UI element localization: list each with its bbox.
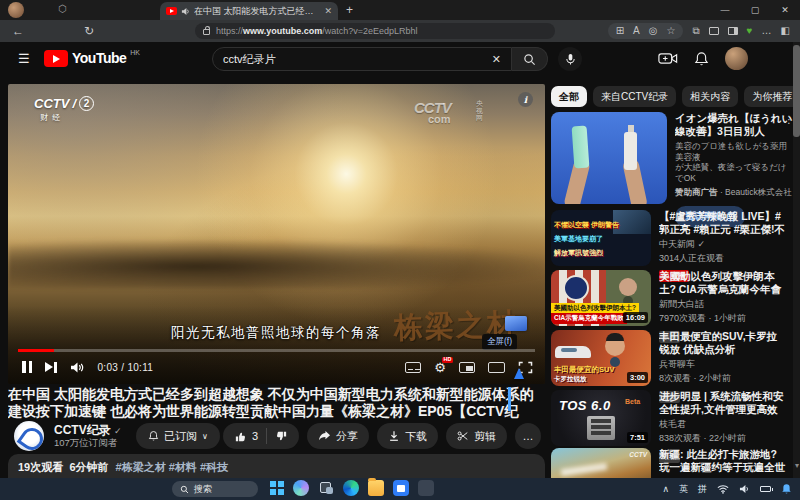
subtitles-button[interactable] — [405, 362, 421, 373]
ad-title[interactable]: イオン爆売れ【ほうれい線改善】3日目別人 — [675, 112, 794, 137]
video-channel[interactable]: 兵哥聊车 — [659, 358, 787, 371]
copilot-sidebar-icon[interactable]: ◧ — [781, 26, 790, 36]
ime-pinyin-indicator[interactable]: 拼 — [698, 483, 707, 496]
window-close-button[interactable]: ✕ — [770, 0, 800, 20]
chip-for-you[interactable]: 为你推荐 — [744, 86, 794, 107]
next-button[interactable] — [45, 362, 57, 373]
subscriber-count: 107万位订阅者 — [54, 437, 117, 450]
settings-more-icon[interactable]: … — [762, 26, 772, 36]
sidebar-video-item[interactable]: 丰田最便宜的SUV 卡罗拉锐放 3:00 丰田最便宜的SUV,卡罗拉锐放 优缺点… — [551, 330, 794, 388]
battery-icon[interactable] — [760, 486, 771, 492]
ime-language-indicator[interactable]: 英 — [679, 483, 688, 496]
theater-mode-button[interactable] — [488, 362, 505, 373]
clip-button[interactable]: 剪辑 — [446, 423, 507, 449]
new-tab-button[interactable]: + — [346, 3, 353, 17]
url-text[interactable]: https://www.youtube.com/watch?v=2eEedpLR… — [216, 26, 418, 36]
video-channel[interactable]: 中天新闻 ✓ — [659, 238, 787, 251]
settings-gear-button[interactable]: ⚙HD — [434, 361, 446, 374]
wifi-icon[interactable] — [717, 484, 729, 494]
scrollbar-down-icon[interactable]: ▾ — [795, 461, 799, 470]
browser-essentials-icon[interactable] — [728, 27, 738, 35]
refresh-button[interactable]: ↻ — [84, 24, 94, 38]
video-thumbnail[interactable]: CCTV — [551, 448, 651, 478]
miniplayer-button[interactable] — [459, 362, 475, 373]
tab-close-icon[interactable]: ✕ — [324, 6, 332, 16]
guide-menu-icon[interactable]: ☰ — [18, 51, 30, 66]
taskbar-search[interactable]: 搜索 — [172, 481, 258, 497]
description-hashtags[interactable]: #栋梁之材 #材料 #科技 — [116, 461, 228, 473]
sidebar-video-item[interactable]: TOS 6.0 Beta 7:51 进步明显 | 系统流畅性和安全性提升,文件管… — [551, 390, 794, 448]
video-channel[interactable]: 枝毛君 — [659, 418, 787, 431]
video-thumbnail[interactable]: TOS 6.0 Beta 7:51 — [551, 390, 651, 446]
search-input[interactable] — [223, 53, 486, 65]
more-actions-button[interactable]: … — [515, 423, 541, 449]
sidebar-video-item[interactable]: CCTV 新疆: 此生必打卡旅游地? 玩一遍新疆约等于玩遍全世界? 这... — [551, 448, 794, 478]
back-button[interactable]: ← — [12, 24, 24, 38]
chip-all[interactable]: 全部 — [551, 86, 587, 107]
video-thumbnail[interactable]: 美國助以色列攻擊伊朗本土? CIA示警烏克蘭今年戰敗 16:09 — [551, 270, 651, 326]
tray-volume-icon[interactable] — [739, 484, 750, 494]
sidebar-video-item[interactable]: 美國助以色列攻擊伊朗本土? CIA示警烏克蘭今年戰敗 16:09 美國助以色列攻… — [551, 270, 794, 328]
account-avatar[interactable] — [725, 47, 748, 70]
video-title[interactable]: 丰田最便宜的SUV,卡罗拉锐放 优缺点分析 — [659, 330, 787, 355]
like-button[interactable] — [234, 430, 247, 443]
page-scrollbar[interactable]: ▾ — [793, 42, 800, 478]
file-explorer-icon[interactable] — [368, 480, 384, 496]
share-button[interactable]: 分享 — [307, 423, 369, 449]
address-bar[interactable]: https://www.youtube.com/watch?v=2eEedpLR… — [195, 23, 555, 39]
scrollbar-thumb[interactable] — [793, 45, 800, 137]
chip-related[interactable]: 相关内容 — [682, 86, 738, 107]
favorites-star-icon[interactable]: ☆ — [667, 26, 676, 36]
pause-button[interactable] — [22, 361, 32, 373]
create-icon[interactable] — [658, 51, 678, 66]
pinned-app-icon[interactable] — [418, 480, 434, 496]
search-clear-icon[interactable]: ✕ — [492, 53, 501, 66]
sidebar-video-item[interactable]: 不懼以空襲 伊朗警告 美軍基地要崩了 解放軍訊號強烈 【#盧秀芳辣晚報 LIVE… — [551, 210, 794, 268]
favorites-bar-icon[interactable] — [709, 27, 719, 35]
search-button[interactable] — [512, 47, 548, 71]
copilot-icon[interactable] — [293, 480, 309, 496]
split-screen-icon[interactable]: ⊞ — [616, 26, 624, 36]
dislike-button[interactable] — [275, 430, 288, 443]
performance-heart-icon[interactable]: ♥ — [747, 26, 753, 36]
player-info-icon[interactable]: i — [518, 92, 533, 107]
volume-icon[interactable] — [70, 361, 85, 374]
download-button[interactable]: 下载 — [377, 423, 438, 449]
subscribed-button[interactable]: 已订阅 ∨ — [136, 423, 220, 449]
video-channel[interactable]: 新聞大白話 — [659, 298, 787, 311]
video-title[interactable]: 美國助以色列攻擊伊朗本土? CIA示警烏克蘭今年會戰敗 新... — [659, 270, 787, 295]
start-button[interactable] — [270, 481, 284, 495]
browser-profile-avatar[interactable] — [8, 2, 24, 18]
seek-bar[interactable] — [18, 349, 535, 352]
read-aloud-icon[interactable]: A — [633, 26, 640, 36]
video-thumbnail[interactable]: 丰田最便宜的SUV 卡罗拉锐放 3:00 — [551, 330, 651, 386]
youtube-region: HK — [130, 49, 140, 56]
translate-icon[interactable]: ◎ — [649, 26, 658, 36]
sidebar-ad-item[interactable]: イオン爆売れ【ほうれい線改善】3日目別人 美容のプロ達も欲しがる薬用美容液が大絶… — [551, 112, 794, 206]
voice-search-button[interactable] — [558, 47, 582, 71]
tray-expand-icon[interactable]: ∧ — [662, 484, 669, 494]
channel-avatar[interactable] — [14, 421, 44, 451]
microsoft-store-icon[interactable] — [393, 480, 409, 496]
window-maximize-button[interactable]: ▢ — [740, 0, 770, 20]
youtube-logo[interactable]: YouTube HK — [44, 50, 140, 67]
lock-icon[interactable] — [203, 29, 210, 35]
video-thumbnail[interactable]: 不懼以空襲 伊朗警告 美軍基地要崩了 解放軍訊號強烈 — [551, 210, 651, 266]
video-title[interactable]: 新疆: 此生必打卡旅游地? 玩一遍新疆约等于玩遍全世界? 这... — [659, 448, 787, 473]
chip-from-channel[interactable]: 来自CCTV纪录 — [593, 86, 676, 107]
tab-audio-icon[interactable] — [181, 7, 190, 16]
edge-icon[interactable] — [343, 480, 359, 496]
window-minimize-button[interactable]: — — [710, 0, 740, 20]
tray-notification-bell-icon[interactable] — [781, 483, 792, 495]
browser-tab[interactable]: 在中国 太阳能发电方式已经多到超越想象 不仅为中国新型电力系统 ✕ — [160, 2, 338, 20]
video-title[interactable]: 进步明显 | 系统流畅性和安全性提升,文件管理更高效——铁威... — [659, 390, 787, 415]
collections-icon[interactable]: ⧉ — [692, 26, 699, 36]
notifications-bell-icon[interactable] — [694, 51, 709, 67]
video-player[interactable]: CCTV/2 财经 CCTV 央视网 com i 栋梁之材 阳光无私地普照地球的… — [8, 84, 545, 384]
video-meta: 3014人正在观看 — [659, 252, 787, 265]
task-view-icon[interactable] — [318, 480, 334, 496]
ad-thumbnail[interactable] — [551, 112, 667, 204]
search-box[interactable]: ✕ — [212, 47, 512, 71]
workspaces-icon[interactable]: ⬡ — [58, 3, 67, 14]
video-title[interactable]: 【#盧秀芳辣晚報 LIVE】#郭正亮 #賴正元 #栗正傑!不認以色... — [659, 210, 787, 235]
